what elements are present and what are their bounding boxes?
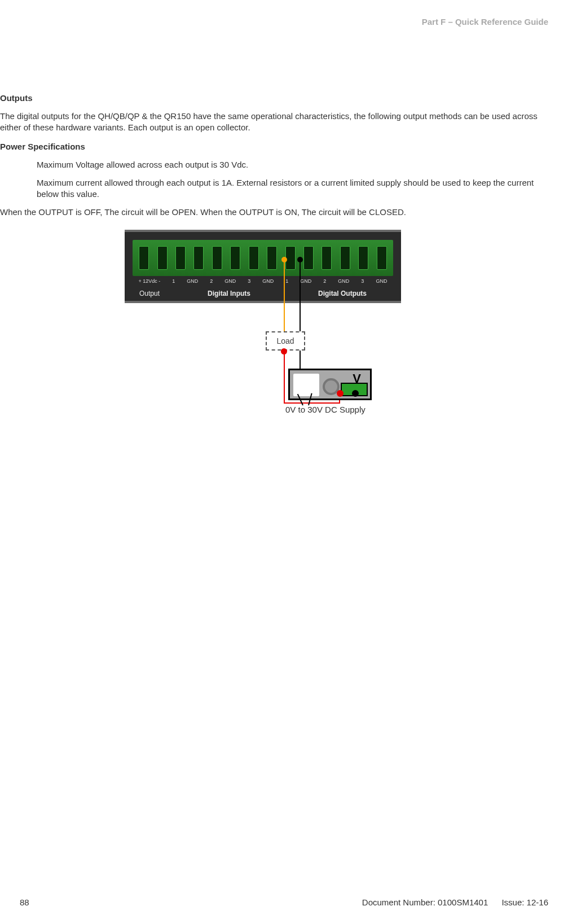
- terminal-slot: [267, 246, 277, 270]
- meter-black-terminal: [352, 390, 359, 397]
- spec-voltage: Maximum Voltage allowed across each outp…: [37, 159, 548, 170]
- page-number: 88: [20, 897, 29, 907]
- page-content: Outputs The digital outputs for the QH/Q…: [0, 93, 568, 427]
- pin-label: 2: [210, 278, 213, 284]
- outputs-heading: Outputs: [0, 93, 548, 103]
- pin-label: GND: [187, 278, 198, 284]
- doc-number: Document Number: 0100SM1401: [362, 897, 488, 907]
- terminal-slot: [358, 246, 368, 270]
- section-label-digital-outputs: Digital Outputs: [292, 290, 393, 297]
- pin-labels-row: + 12Vdc - 1 GND 2 GND 3 GND 1 GND 2 GND …: [133, 278, 393, 284]
- pin-label: GND: [224, 278, 236, 284]
- terminal-slot: [249, 246, 259, 270]
- pin-label: + 12Vdc -: [139, 278, 161, 284]
- spec-current: Maximum current allowed through each out…: [37, 177, 548, 200]
- section-labels-row: Output Digital Inputs Digital Outputs: [133, 290, 393, 297]
- terminal-slot: [322, 246, 332, 270]
- pin-label: 3: [248, 278, 250, 284]
- pin-label: GND: [300, 278, 311, 284]
- terminal-slot: [157, 246, 168, 270]
- load-box: Load: [266, 331, 305, 351]
- wiring-diagram: + 12Vdc - 1 GND 2 GND 3 GND 1 GND 2 GND …: [0, 230, 548, 427]
- output-state-paragraph: When the OUTPUT is OFF, The circuit will…: [0, 207, 548, 218]
- wire-red: [284, 402, 340, 404]
- meter-dial-icon: [293, 374, 319, 396]
- wire-black: [300, 259, 301, 372]
- outputs-paragraph: The digital outputs for the QH/QB/QP & t…: [0, 111, 548, 134]
- pin-label: 3: [361, 278, 364, 284]
- pin-label: 1: [172, 278, 175, 284]
- wire-red: [284, 350, 285, 404]
- pin-label: 1: [285, 278, 288, 284]
- supply-caption: 0V to 30V DC Supply: [285, 405, 366, 414]
- pin-label: 2: [323, 278, 326, 284]
- issue-number: Issue: 12-16: [501, 897, 548, 907]
- terminal-slot: [340, 246, 350, 270]
- terminal-block: + 12Vdc - 1 GND 2 GND 3 GND 1 GND 2 GND …: [125, 230, 401, 303]
- terminal-slot: [377, 246, 387, 270]
- meter-red-terminal: [337, 390, 344, 397]
- power-specs-heading: Power Specifications: [0, 142, 548, 151]
- pin-label: GND: [338, 278, 349, 284]
- terminal-slot: [175, 246, 186, 270]
- page-header-part: Part F – Quick Reference Guide: [422, 17, 548, 27]
- section-label-output: Output: [133, 290, 166, 297]
- wire-orange: [284, 259, 285, 332]
- terminal-slot: [212, 246, 222, 270]
- pin-label: GND: [262, 278, 274, 284]
- page-footer: 88 Document Number: 0100SM1401 Issue: 12…: [20, 897, 548, 907]
- terminal-slot: [303, 246, 314, 270]
- terminal-slot: [139, 246, 149, 270]
- dc-supply-meter: V + -: [288, 369, 372, 400]
- pin-label: GND: [376, 278, 387, 284]
- section-label-digital-inputs: Digital Inputs: [166, 290, 292, 297]
- terminal-slot: [230, 246, 240, 270]
- terminal-slot: [193, 246, 204, 270]
- connector-strip: [133, 240, 393, 276]
